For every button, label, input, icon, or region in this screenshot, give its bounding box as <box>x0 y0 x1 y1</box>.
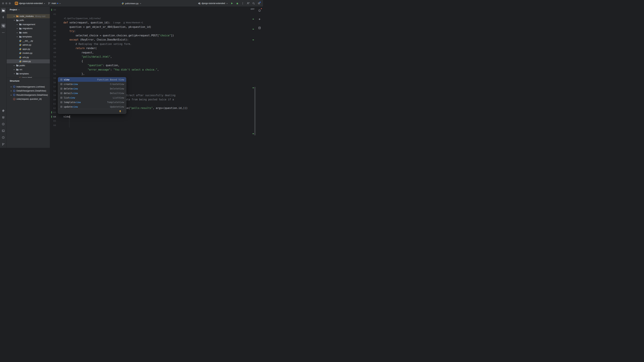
file-switcher[interactable]: polls/views.py <box>122 0 142 7</box>
gutter[interactable]: 47 <box>50 43 64 45</box>
tree-item-views.py[interactable]: views.py <box>7 59 50 63</box>
structure-item[interactable]: ▸CDetailView(generic.DetailView) <box>7 89 50 93</box>
code-line-40[interactable]: 40 <box>50 8 256 12</box>
code-line-49[interactable]: 49 request, <box>50 50 256 55</box>
gutter[interactable]: 51 <box>50 60 64 62</box>
version-control-tool-icon[interactable] <box>1 142 6 146</box>
error-stripe-mark[interactable] <box>252 29 254 29</box>
structure-tool-icon[interactable] <box>1 23 6 28</box>
gutter[interactable]: 41 <box>50 13 64 15</box>
window-zoom-button[interactable] <box>9 2 11 4</box>
run-button[interactable] <box>230 2 233 5</box>
gutter[interactable]: 54 <box>50 73 64 75</box>
search-everywhere-button[interactable] <box>252 2 255 5</box>
gutter[interactable]: 45 <box>50 34 64 37</box>
gutter[interactable]: 46 <box>50 38 64 41</box>
ai-assistant-tool-icon[interactable] <box>257 17 262 21</box>
tree-item-base.html[interactable]: base.html <box>7 76 50 78</box>
code-line-48[interactable]: 48 return render( <box>50 46 256 51</box>
tree-chevron-right-icon[interactable]: ▸ <box>16 36 19 37</box>
code-author-inlay-hint[interactable]: Mukul Mantosh +1 <box>123 21 143 24</box>
gutter[interactable]: 52 <box>50 64 64 67</box>
project-panel-header[interactable]: Project <box>7 7 50 12</box>
tree-item-management[interactable]: ▸management <box>7 22 50 26</box>
project-tool-icon[interactable] <box>1 8 6 13</box>
structure-item[interactable]: ▸CIndexViews(generic.ListView) <box>7 85 50 89</box>
gutter[interactable]: 42 <box>50 21 64 24</box>
completion-item-templateview[interactable]: templateviewTemplateView <box>58 100 126 104</box>
structure-panel-header[interactable]: Structure <box>7 78 50 84</box>
ai-off-badge[interactable]: OFF <box>251 8 255 10</box>
window-close-button[interactable] <box>2 2 4 4</box>
run-configuration-widget[interactable]: dj django-tutorial-extended <box>198 2 228 4</box>
tree-chevron-right-icon[interactable]: ▸ <box>16 23 19 25</box>
error-stripe-mark[interactable] <box>252 39 254 40</box>
project-widget[interactable]: DE django-tutorial-extended <box>14 1 46 6</box>
tree-item-migrations[interactable]: ▸migrations <box>7 26 50 31</box>
gutter[interactable]: 44 <box>50 30 64 32</box>
services-tool-icon[interactable] <box>1 115 6 120</box>
tree-chevron-right-icon[interactable]: ▸ <box>13 15 16 17</box>
code-line-64[interactable]: 64view <box>50 115 256 119</box>
tree-item-public[interactable]: ▸public <box>7 63 50 67</box>
code-line-65[interactable]: 65 <box>50 119 256 123</box>
tree-chevron-right-icon[interactable]: ▸ <box>10 90 13 92</box>
error-stripe-mark[interactable] <box>252 133 254 134</box>
code-line-50[interactable]: 50 "polls/detail.html", <box>50 55 256 59</box>
tree-item-urls.py[interactable]: urls.py <box>7 55 50 59</box>
code-line-42[interactable]: 42def vote(request, question_id):1 usage… <box>50 21 256 25</box>
code-line-53[interactable]: 53 "error_message": "You didn't select a… <box>50 67 256 72</box>
error-stripe-mark[interactable] <box>252 87 254 88</box>
structure-item[interactable]: fvote(request, question_id) <box>7 97 50 101</box>
tree-chevron-down-icon[interactable]: ▾ <box>13 19 16 21</box>
code-line-45[interactable]: 45 selected_choice = question.choices.ge… <box>50 33 256 38</box>
gutter[interactable]: 66 <box>50 124 64 126</box>
tree-item-templates[interactable]: ▸templates <box>7 35 50 39</box>
debug-button[interactable] <box>236 2 239 5</box>
tree-chevron-down-icon[interactable]: ▾ <box>13 73 16 75</box>
window-minimize-button[interactable] <box>5 2 8 4</box>
gutter[interactable]: 43 <box>50 26 64 28</box>
completion-item-createview[interactable]: createviewCreateView <box>58 82 126 86</box>
error-stripe-mark[interactable] <box>252 19 254 19</box>
commit-tool-icon[interactable] <box>1 15 6 19</box>
vcs-branch-widget[interactable]: main <box>46 1 62 5</box>
more-tool-windows-icon[interactable] <box>1 30 6 35</box>
run-tool-icon[interactable] <box>1 122 6 126</box>
editor-scrollbar[interactable] <box>254 87 256 135</box>
code-line-41[interactable]: 41 <box>50 12 256 16</box>
editor[interactable]: 4041/polls/{question_id}/vote/42def vote… <box>50 7 256 148</box>
gutter[interactable]: 53 <box>50 68 64 71</box>
database-tool-icon[interactable] <box>257 25 262 30</box>
endpoint-url-inlay[interactable]: /polls/{question_id}/vote/ <box>64 17 101 19</box>
gutter-change-bar[interactable] <box>51 111 52 113</box>
completion-item-listview[interactable]: listviewListView <box>58 95 126 100</box>
structure-item[interactable]: ▸CResultsView(generic.DetailView) <box>7 93 50 97</box>
tree-item-node_modules[interactable]: ▸node_moduleslibrary root <box>7 14 50 18</box>
more-actions-button[interactable] <box>241 2 244 5</box>
code-line-54[interactable]: 54 }, <box>50 72 256 76</box>
tree-item-admin.py[interactable]: admin.py <box>7 43 50 47</box>
gutter[interactable]: 50 <box>50 56 64 58</box>
gutter-change-bar[interactable] <box>51 9 52 11</box>
code-line-52[interactable]: 52 "question": question, <box>50 63 256 68</box>
tree-chevron-right-icon[interactable]: ▸ <box>16 27 19 29</box>
tree-chevron-right-icon[interactable]: ▸ <box>16 32 19 33</box>
code-line-51[interactable]: 51 { <box>50 59 256 63</box>
python-packages-tool-icon[interactable] <box>1 108 6 113</box>
tree-item-templates[interactable]: ▾templates <box>7 71 50 76</box>
usages-inlay-hint[interactable]: 1 usage <box>113 21 120 24</box>
tree-item-models.py[interactable]: models.py <box>7 51 50 55</box>
tree-chevron-right-icon[interactable]: ▸ <box>13 68 16 70</box>
tree-chevron-right-icon[interactable]: ▸ <box>13 64 16 66</box>
tree-item-apps.py[interactable]: apps.py <box>7 47 50 51</box>
gutter[interactable]: 65 <box>50 120 64 122</box>
notifications-bell-icon[interactable] <box>257 8 262 13</box>
code-inlay-line[interactable]: /polls/{question_id}/vote/ <box>50 16 256 21</box>
code-line-43[interactable]: 43 question = get_object_or_404(Question… <box>50 25 256 29</box>
code-line-66[interactable]: 66 <box>50 123 256 128</box>
completion-item-updateview[interactable]: updateviewUpdateView <box>58 104 126 109</box>
tree-chevron-right-icon[interactable]: ▸ <box>10 94 13 96</box>
gutter-change-bar[interactable] <box>51 116 52 118</box>
gutter[interactable]: 49 <box>50 51 64 54</box>
